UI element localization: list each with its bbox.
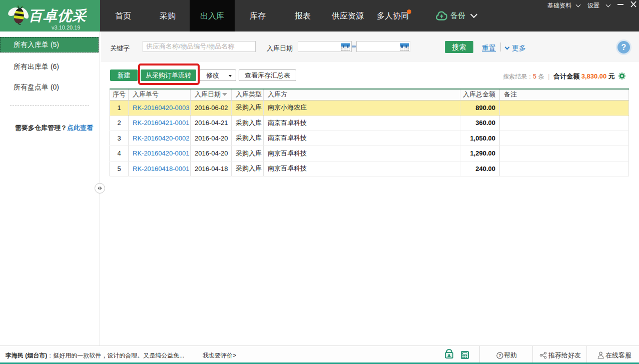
svg-text:?: ? <box>498 353 501 358</box>
